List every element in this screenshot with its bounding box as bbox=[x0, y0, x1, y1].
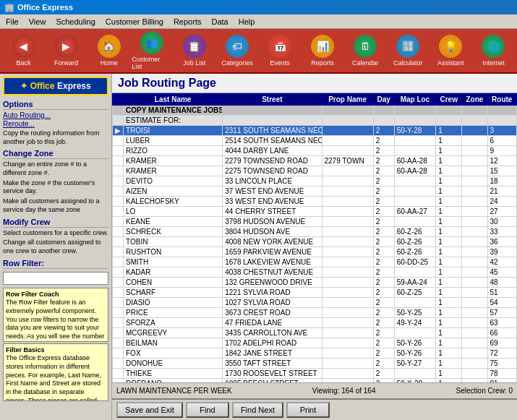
table-row[interactable]: KRAMER2275 TOWNSEND ROAD260-AA-28115 bbox=[113, 166, 517, 176]
day-cell: 2 bbox=[373, 217, 394, 227]
col-propname[interactable]: Prop Name bbox=[322, 94, 373, 106]
zone-cell bbox=[462, 227, 487, 237]
row-arrow-cell bbox=[113, 237, 124, 247]
table-row[interactable]: LO44 CHERRY STREET260-AA-27127 bbox=[113, 207, 517, 217]
table-row[interactable]: LUBER2514 SOUTH SEAMANS NECK216 bbox=[113, 136, 517, 146]
table-row[interactable]: THIEKE1730 ROOSEVELT STREET2178 bbox=[113, 369, 517, 379]
table-row[interactable]: COPY MAINTENANCE JOBS bbox=[113, 106, 517, 116]
toolbar-forward-label: Forward bbox=[54, 59, 78, 67]
propname-cell bbox=[322, 348, 373, 359]
day-cell bbox=[373, 116, 394, 126]
find-next-button[interactable]: Find Next bbox=[232, 402, 283, 418]
table-row[interactable]: DIASIO1027 SYLVIA ROAD2154 bbox=[113, 298, 517, 308]
filter-basics-title: Filter Basics bbox=[6, 346, 45, 353]
table-row[interactable]: AIZEN37 WEST END AVENUE2121 bbox=[113, 187, 517, 197]
menu-help[interactable]: Help bbox=[236, 17, 258, 27]
sidebar-rowfilter-title: Row Filter: bbox=[3, 259, 108, 269]
table-row[interactable]: FOX1842 JANE STREET250-Y-26172 bbox=[113, 348, 517, 359]
propname-cell bbox=[322, 338, 373, 348]
toolbar-back-button[interactable]: ◀ Back bbox=[3, 30, 44, 71]
col-day[interactable]: Day bbox=[373, 94, 394, 106]
table-row[interactable]: DONOHUE3550 TAFT STREET250-Y-27175 bbox=[113, 359, 517, 369]
propname-cell bbox=[322, 116, 373, 126]
toolbar-events-button[interactable]: 📅 Events bbox=[259, 30, 300, 71]
print-button[interactable]: Print bbox=[286, 402, 330, 418]
day-cell: 2 bbox=[373, 257, 394, 267]
menu-data[interactable]: Data bbox=[208, 17, 231, 27]
zone-cell bbox=[462, 298, 487, 308]
table-row[interactable]: RIZZO4044 DARBY LANE219 bbox=[113, 146, 517, 156]
last-name-cell: DONOHUE bbox=[124, 359, 223, 369]
title-bar-text: Office Express bbox=[17, 3, 73, 12]
table-row[interactable]: RUSHTON1659 PARKVIEW AVENUE260-Z-26139 bbox=[113, 247, 517, 257]
street-cell: 1221 SYLVIA ROAD bbox=[223, 288, 322, 298]
table-row[interactable]: SCHARF1221 SYLVIA ROAD260-Z-25151 bbox=[113, 288, 517, 298]
maploc-cell bbox=[394, 328, 436, 338]
menu-customer-billing[interactable]: Customer Billing bbox=[103, 17, 166, 27]
col-route[interactable]: Route bbox=[487, 94, 516, 106]
last-name-cell: FOX bbox=[124, 348, 223, 359]
jobs-icon: 📋 bbox=[183, 35, 206, 58]
table-row[interactable]: ▶TROISI2311 SOUTH SEAMANS NECK250-Y-2813 bbox=[113, 126, 517, 136]
table-row[interactable]: TOBIN4008 NEW YORK AVENUE260-Z-26136 bbox=[113, 237, 517, 247]
sidebar-auto-routing-link[interactable]: Auto Routing... bbox=[3, 111, 108, 119]
toolbar-reports-button[interactable]: 📊 Reports bbox=[302, 30, 343, 71]
table-row[interactable]: DEVITO33 LINCOLN PLACE2118 bbox=[113, 176, 517, 187]
route-cell: 51 bbox=[487, 288, 516, 298]
table-row[interactable]: SMITH1678 LAKEVIEW AVENUE260-DD-25142 bbox=[113, 257, 517, 267]
toolbar-home-button[interactable]: 🏠 Home bbox=[88, 30, 129, 71]
col-maploc[interactable]: Map Loc bbox=[394, 94, 436, 106]
table-row[interactable]: KRAMER2279 TOWNSEND ROAD2279 TOWN260-AA-… bbox=[113, 156, 517, 166]
col-lastname[interactable]: Last Name bbox=[124, 94, 223, 106]
toolbar-forward-button[interactable]: ▶ Forward bbox=[46, 30, 87, 71]
table-row[interactable]: KADAR4038 CHESTNUT AVENUE2145 bbox=[113, 267, 517, 278]
toolbar-calculator-button[interactable]: 🔢 Calculator bbox=[388, 30, 429, 71]
table-container[interactable]: Last Name Street Prop Name Day Map Loc C… bbox=[112, 93, 517, 382]
table-row[interactable]: SCHRECK3804 HUDSON AVE260-Z-26133 bbox=[113, 227, 517, 237]
toolbar-calendar-button[interactable]: 🗓 Calendar bbox=[345, 30, 386, 71]
sidebar-reroute-link[interactable]: Reroute... bbox=[3, 120, 108, 128]
selection-crew-text: Selection Crew: 0 bbox=[456, 387, 513, 395]
crew-cell: 1 bbox=[436, 187, 462, 197]
zone-cell bbox=[462, 278, 487, 288]
toolbar-calendar-label: Calendar bbox=[352, 59, 379, 67]
menu-scheduling[interactable]: Scheduling bbox=[53, 17, 98, 27]
propname-cell bbox=[322, 136, 373, 146]
col-street[interactable]: Street bbox=[223, 94, 322, 106]
route-cell: 48 bbox=[487, 278, 516, 288]
day-cell: 2 bbox=[373, 207, 394, 217]
table-row[interactable]: KEANE3798 HUDSON AVENUE2130 bbox=[113, 217, 517, 227]
table-row[interactable]: ESTIMATE FOR: bbox=[113, 116, 517, 126]
toolbar-customerlist-button[interactable]: 👥 Customer List bbox=[131, 30, 172, 71]
content-area: Job Routing Page Last Name Street Prop N… bbox=[112, 74, 517, 420]
toolbar-categories-button[interactable]: 🏷 Categories bbox=[216, 30, 257, 71]
save-and-exit-button[interactable]: Save and Exit bbox=[116, 402, 183, 418]
crew-cell: 1 bbox=[436, 369, 462, 379]
last-name-cell: KADAR bbox=[124, 267, 223, 278]
toolbar-joblist-button[interactable]: 📋 Job List bbox=[174, 30, 215, 71]
assistant-icon: 💡 bbox=[439, 35, 462, 58]
menu-file[interactable]: File bbox=[3, 17, 22, 27]
table-row[interactable]: PRICE3673 CREST ROAD250-Y-25157 bbox=[113, 308, 517, 318]
col-zone[interactable]: Zone bbox=[462, 94, 487, 106]
maploc-cell: 50-Y-25 bbox=[394, 308, 436, 318]
toolbar-internet-button[interactable]: 🌐 Internet bbox=[473, 30, 514, 71]
menu-view[interactable]: View bbox=[26, 17, 49, 27]
toolbar-assistant-button[interactable]: 💡 Assistant bbox=[430, 30, 471, 71]
maploc-cell bbox=[394, 187, 436, 197]
menu-reports[interactable]: Reports bbox=[171, 17, 205, 27]
maploc-cell bbox=[394, 116, 436, 126]
maploc-cell: 60-Z-26 bbox=[394, 247, 436, 257]
toolbar-reports-label: Reports bbox=[311, 59, 334, 67]
col-crew[interactable]: Crew bbox=[436, 94, 462, 106]
table-row[interactable]: COHEN132 GREENWOOD DRIVE259-AA-24148 bbox=[113, 278, 517, 288]
table-row[interactable]: KALECHOFSKY33 WEST END AVENUE2124 bbox=[113, 197, 517, 207]
toolbar-joblist-label: Job List bbox=[183, 59, 205, 67]
table-row[interactable]: BEILMAN1702 ADELPHI ROAD250-Y-26169 bbox=[113, 338, 517, 348]
table-row[interactable]: MCGREEVY3435 CARROLLTON AVE2166 bbox=[113, 328, 517, 338]
find-button[interactable]: Find bbox=[186, 402, 229, 418]
row-filter-input[interactable] bbox=[3, 272, 108, 285]
day-cell: 2 bbox=[373, 156, 394, 166]
table-row[interactable]: SFORZA47 FRIEDA LANE249-Y-24163 bbox=[113, 318, 517, 328]
street-cell: 1027 SYLVIA ROAD bbox=[223, 298, 322, 308]
